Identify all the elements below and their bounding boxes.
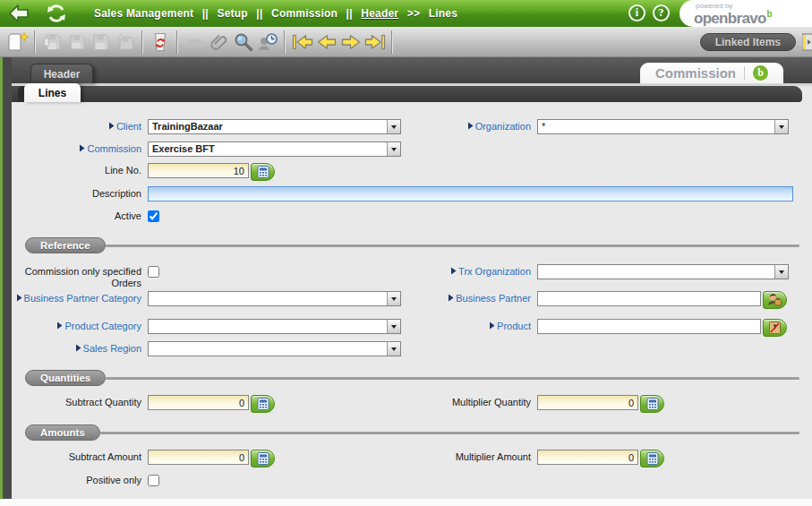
field-link-icon <box>489 321 495 332</box>
breadcrumb-seg1: Sales Management <box>94 7 193 20</box>
product-category-select[interactable] <box>148 319 401 334</box>
toolbar-separator <box>141 30 143 54</box>
row-quantities: Subtract Quantity Multiplier Quantity <box>12 395 812 424</box>
calculator-button[interactable] <box>251 395 275 413</box>
back-icon[interactable] <box>7 2 30 25</box>
product-category-label[interactable]: Product Category <box>12 319 148 332</box>
description-input[interactable] <box>148 186 793 202</box>
product-box-icon <box>768 321 782 335</box>
breadcrumb-header-link[interactable]: Header <box>361 7 398 20</box>
breadcrumb: Sales Management || Setup || Commission … <box>91 7 460 20</box>
active-label: Active <box>12 209 148 222</box>
lines-form: Client TrainingBazaar Organization * Com… <box>12 102 812 499</box>
multiplier-quantity-input[interactable] <box>537 395 638 410</box>
chevron-down-icon[interactable] <box>387 320 400 333</box>
calculator-button[interactable] <box>640 450 664 467</box>
chevron-down-icon[interactable] <box>387 142 400 156</box>
business-partner-input[interactable] <box>537 291 761 306</box>
row-client-organization: Client TrainingBazaar Organization * <box>12 119 812 142</box>
organization-value: * <box>538 120 774 133</box>
trx-organization-value <box>538 265 774 279</box>
chevron-down-icon[interactable] <box>387 292 400 305</box>
search-icon[interactable] <box>231 30 255 55</box>
new-record-button[interactable] <box>5 30 30 55</box>
positive-only-checkbox[interactable] <box>148 475 159 486</box>
breadcrumb-seg2: Setup <box>217 7 247 20</box>
subtract-quantity-input[interactable] <box>148 395 249 410</box>
sales-region-select[interactable] <box>148 341 401 356</box>
info-icon[interactable]: i <box>628 4 645 21</box>
audit-icon[interactable] <box>255 30 279 55</box>
calculator-button[interactable] <box>640 395 664 413</box>
business-partner-label[interactable]: Business Partner <box>416 291 537 304</box>
window-title: Commission <box>655 65 736 81</box>
client-select[interactable]: TrainingBazaar <box>148 119 401 134</box>
section-quantities-title: Quantities <box>25 370 106 386</box>
multiplier-quantity-label: Multiplier Quantity <box>416 395 537 408</box>
section-rule <box>106 377 799 380</box>
section-rule <box>106 244 799 247</box>
tab-lines[interactable]: Lines <box>24 83 81 102</box>
attachment-icon[interactable] <box>207 30 231 55</box>
section-rule <box>100 432 799 434</box>
form-view-icon[interactable] <box>802 32 812 56</box>
next-record-icon[interactable] <box>338 30 363 55</box>
chevron-down-icon[interactable] <box>774 265 788 279</box>
commission-label[interactable]: Commission <box>12 142 148 155</box>
toolbar: Linked Items <box>0 27 812 57</box>
linked-items-button[interactable]: Linked Items <box>700 33 796 51</box>
product-input[interactable] <box>537 319 761 334</box>
business-partner-search-button[interactable] <box>763 291 787 309</box>
section-quantities: Quantities <box>25 369 812 395</box>
sales-region-label[interactable]: Sales Region <box>12 341 148 355</box>
organization-select[interactable]: * <box>537 119 789 134</box>
client-label[interactable]: Client <box>12 119 148 133</box>
bp-category-select[interactable] <box>148 291 401 306</box>
save-button[interactable] <box>89 30 113 55</box>
calculator-button[interactable] <box>251 450 275 467</box>
save-back-button[interactable] <box>113 30 137 55</box>
refresh-icon[interactable] <box>45 2 68 25</box>
tab-header[interactable]: Header <box>30 64 93 83</box>
client-value: TrainingBazaar <box>149 120 387 133</box>
delete-button[interactable] <box>148 30 172 55</box>
first-record-icon[interactable] <box>290 30 314 55</box>
calculator-icon <box>257 452 269 465</box>
help-icon[interactable]: ? <box>653 4 670 21</box>
calculator-button[interactable] <box>251 163 275 181</box>
tab-commission-window[interactable]: Commission b <box>640 63 783 83</box>
row-amounts: Subtract Amount Multiplier Amount <box>12 450 812 473</box>
section-reference-title: Reference <box>25 237 106 253</box>
product-label[interactable]: Product <box>416 319 537 332</box>
multiplier-amount-input[interactable] <box>537 450 638 465</box>
chevron-down-icon[interactable] <box>387 120 400 133</box>
organization-label[interactable]: Organization <box>416 119 537 133</box>
save-copy-button[interactable] <box>64 30 89 55</box>
field-link-icon <box>450 266 457 278</box>
product-category-value <box>149 320 387 333</box>
subtract-amount-input[interactable] <box>148 450 249 465</box>
product-search-button[interactable] <box>763 319 787 337</box>
toolbar-separator <box>34 30 36 54</box>
line-no-label: Line No. <box>12 163 148 176</box>
commission-select[interactable]: Exercise BFT <box>148 142 401 157</box>
bp-category-label[interactable]: Business Partner Category <box>12 291 148 304</box>
undo-icon[interactable] <box>183 30 207 55</box>
commission-only-checkbox[interactable] <box>148 266 159 278</box>
row-commission: Commission Exercise BFT <box>12 142 812 163</box>
row-line-no: Line No. <box>12 163 812 186</box>
chevron-down-icon[interactable] <box>387 342 400 356</box>
field-link-icon <box>467 121 474 133</box>
bottom-strip <box>0 499 812 506</box>
trx-organization-label[interactable]: Trx Organization <box>416 264 537 278</box>
save-new-button[interactable] <box>40 30 64 55</box>
line-no-input[interactable] <box>148 163 249 178</box>
row-commission-only-trx-org: Commission only specified Orders Trx Org… <box>12 264 812 291</box>
title-bar: Sales Management || Setup || Commission … <box>0 0 812 27</box>
active-checkbox[interactable] <box>148 210 159 222</box>
previous-record-icon[interactable] <box>314 30 338 55</box>
commission-only-label: Commission only specified Orders <box>12 264 148 289</box>
chevron-down-icon[interactable] <box>774 120 788 133</box>
trx-organization-select[interactable] <box>537 264 789 279</box>
last-record-icon[interactable] <box>363 30 387 55</box>
